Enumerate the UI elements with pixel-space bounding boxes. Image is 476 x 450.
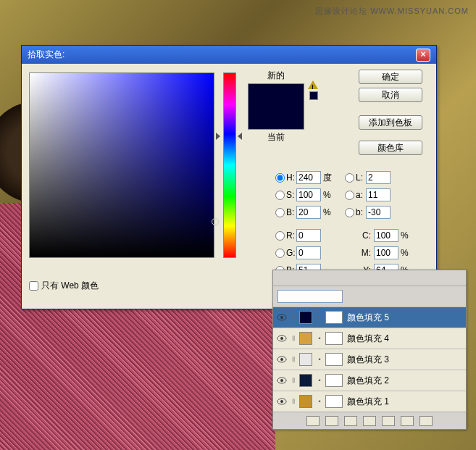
layer-fill-swatch[interactable]	[299, 311, 312, 324]
layers-controls	[273, 286, 466, 307]
link-icon[interactable]: ⦁	[315, 376, 324, 385]
color-preview: 新的 当前	[248, 70, 304, 143]
layer-label: 颜色填充 3	[347, 354, 463, 366]
sat-label: S:	[286, 190, 296, 200]
link-icon[interactable]: ⦁	[315, 313, 324, 322]
titlebar[interactable]: 拾取实色: ×	[22, 46, 436, 64]
new-color-swatch[interactable]	[249, 84, 304, 107]
dialog-title: 拾取实色:	[28, 49, 64, 61]
layer-item[interactable]: ⦀⦁颜色填充 1	[273, 391, 466, 412]
web-colors-label: 只有 Web 颜色	[41, 280, 99, 292]
bright-radio[interactable]	[275, 208, 285, 217]
color-field[interactable]	[29, 72, 214, 258]
layer-list: ⦀⦁颜色填充 5⦀⦁颜色填充 4⦀⦁颜色填充 3⦀⦁颜色填充 2⦀⦁颜色填充 1	[273, 307, 466, 412]
gamut-warning-swatch[interactable]	[309, 91, 318, 100]
lab-a-input[interactable]	[366, 188, 391, 201]
svg-point-1	[280, 316, 283, 319]
layer-mask-thumb[interactable]	[325, 395, 343, 408]
layer-fill-swatch[interactable]	[299, 353, 312, 366]
link-icon[interactable]: ⦁	[315, 397, 324, 406]
eye-icon[interactable]	[276, 333, 288, 344]
sat-row: S: %	[275, 188, 332, 201]
layer-item[interactable]: ⦀⦁颜色填充 5	[273, 307, 466, 328]
red-radio[interactable]	[275, 231, 285, 241]
adjustment-layer-icon[interactable]	[382, 416, 395, 426]
sat-radio[interactable]	[275, 191, 285, 200]
layer-mask-thumb[interactable]	[325, 332, 343, 345]
warn-exclaim: !	[312, 83, 314, 91]
green-radio[interactable]	[275, 249, 285, 258]
magenta-row: M: %	[359, 246, 409, 259]
sat-unit: %	[323, 190, 332, 200]
trash-icon[interactable]	[419, 416, 433, 426]
add-swatch-button[interactable]: 添加到色板	[359, 115, 422, 130]
layer-fill-swatch[interactable]	[299, 374, 312, 387]
layer-fill-swatch[interactable]	[299, 332, 312, 345]
hue-unit: 度	[323, 172, 332, 184]
layer-item[interactable]: ⦀⦁颜色填充 3	[273, 349, 466, 370]
magenta-input[interactable]	[374, 246, 398, 259]
layer-mask-icon[interactable]	[344, 416, 357, 426]
red-input[interactable]	[296, 229, 321, 242]
lab-l-input[interactable]	[366, 171, 391, 184]
layer-mask-thumb[interactable]	[325, 311, 343, 324]
red-label: R:	[286, 230, 296, 241]
lab-l-label: L:	[356, 172, 366, 183]
lab-b-input[interactable]	[366, 206, 391, 219]
ok-button[interactable]: 确定	[359, 70, 422, 84]
new-folder-icon[interactable]	[363, 416, 376, 426]
cyan-unit: %	[401, 230, 409, 241]
hue-slider-arrow-right[interactable]	[238, 133, 242, 140]
new-layer-icon[interactable]	[401, 416, 414, 426]
lab-b-row: b:	[345, 206, 391, 219]
web-colors-checkbox[interactable]	[29, 281, 38, 291]
current-color-swatch[interactable]	[249, 107, 304, 130]
green-input[interactable]	[296, 246, 321, 259]
link-icon[interactable]: ⦁	[315, 334, 324, 343]
hue-input[interactable]	[296, 171, 321, 184]
chain-icon[interactable]: ⦀	[289, 355, 298, 364]
eye-icon[interactable]	[276, 396, 288, 407]
svg-point-3	[280, 337, 283, 340]
svg-point-5	[280, 358, 283, 361]
chain-icon[interactable]: ⦀	[289, 334, 298, 343]
layer-style-icon[interactable]	[325, 416, 338, 426]
svg-point-7	[280, 379, 283, 382]
layer-mask-thumb[interactable]	[325, 374, 343, 387]
chain-icon[interactable]: ⦀	[289, 397, 298, 406]
hue-radio[interactable]	[275, 173, 285, 183]
layers-tabs[interactable]	[273, 270, 466, 286]
color-library-button[interactable]: 颜色库	[359, 141, 422, 155]
blend-mode-select[interactable]	[277, 290, 343, 303]
hue-slider-arrow-left[interactable]	[216, 133, 220, 140]
layer-mask-thumb[interactable]	[325, 353, 343, 366]
link-icon[interactable]: ⦁	[315, 355, 324, 364]
close-icon[interactable]: ×	[416, 49, 430, 62]
bright-label: B:	[286, 207, 296, 217]
lab-b-radio[interactable]	[345, 208, 354, 217]
link-layers-icon[interactable]	[306, 416, 320, 426]
bright-input[interactable]	[296, 206, 321, 219]
chain-icon[interactable]: ⦀	[289, 313, 298, 322]
layer-label: 颜色填充 5	[347, 312, 463, 324]
eye-icon[interactable]	[276, 375, 288, 386]
chain-icon[interactable]: ⦀	[289, 376, 298, 385]
cyan-input[interactable]	[374, 229, 398, 242]
watermark: 思缘设计论坛 WWW.MISSYUAN.COM	[315, 6, 469, 17]
lab-a-radio[interactable]	[345, 191, 354, 200]
color-field-cursor	[212, 218, 219, 225]
lab-l-row: L:	[345, 171, 391, 184]
cancel-button[interactable]: 取消	[359, 88, 422, 102]
eye-icon[interactable]	[276, 312, 288, 323]
cyan-row: C: %	[359, 229, 409, 242]
green-row: G:	[275, 246, 321, 259]
layer-label: 颜色填充 1	[347, 396, 463, 408]
hue-strip[interactable]	[223, 72, 236, 258]
magenta-unit: %	[401, 248, 409, 258]
eye-icon[interactable]	[276, 354, 288, 365]
lab-l-radio[interactable]	[345, 173, 354, 183]
layer-fill-swatch[interactable]	[299, 395, 312, 408]
layer-item[interactable]: ⦀⦁颜色填充 4	[273, 328, 466, 349]
sat-input[interactable]	[296, 188, 321, 201]
layer-item[interactable]: ⦀⦁颜色填充 2	[273, 370, 466, 391]
